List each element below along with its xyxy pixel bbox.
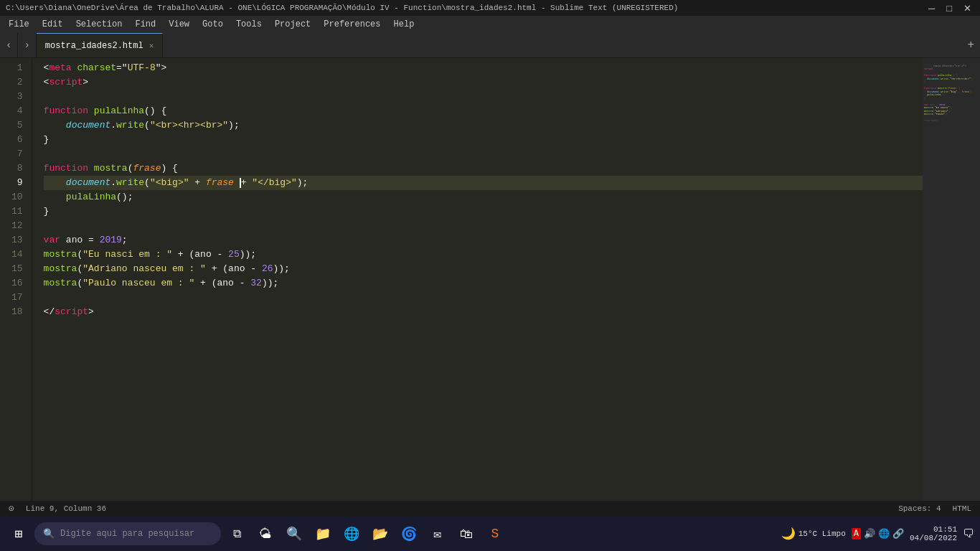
tab-bar: ‹ › mostra_idades2.html ✕ + — [0, 33, 980, 58]
explorer-icon: 📂 — [372, 526, 388, 542]
code-line-8: function mostra(frase) { — [44, 161, 923, 176]
line-num-9: 9 — [11, 176, 23, 190]
status-bar: ⊙ Line 9, Column 36 Spaces: 4 HTML — [0, 501, 980, 517]
line-num-18: 18 — [11, 305, 23, 319]
taskbar-app-search[interactable]: 🔍 — [281, 521, 307, 547]
code-line-17 — [44, 291, 923, 305]
code-area[interactable]: <meta charset="UTF-8"> <script> function… — [32, 58, 923, 501]
code-line-7 — [44, 147, 923, 161]
line-num-16: 16 — [11, 276, 23, 291]
code-line-13: var ano = 2019; — [44, 233, 923, 248]
new-tab-button[interactable]: + — [967, 39, 974, 52]
menu-file[interactable]: File — [3, 18, 35, 31]
line-num-17: 17 — [11, 291, 23, 305]
status-icon: ⊙ — [9, 503, 14, 514]
code-line-11: } — [44, 204, 923, 219]
status-right: Spaces: 4 HTML — [898, 504, 971, 513]
line-num-1: 1 — [11, 61, 23, 75]
menu-find[interactable]: Find — [129, 18, 161, 31]
start-icon: ⊞ — [15, 526, 23, 542]
menu-preferences[interactable]: Preferences — [318, 18, 386, 31]
search-icon: 🔍 — [43, 528, 55, 540]
system-tray: A 🔊 🌐 🔗 — [852, 528, 904, 540]
menu-help[interactable]: Help — [388, 18, 420, 31]
line-num-13: 13 — [11, 233, 23, 248]
chrome-icon: 🌐 — [344, 526, 359, 542]
line-num-12: 12 — [11, 219, 23, 233]
line-num-5: 5 — [11, 118, 23, 133]
taskbar-app-edge[interactable]: 🌀 — [396, 521, 422, 547]
notification-center[interactable]: 🗨 — [963, 527, 974, 541]
taskbar-app-explorer[interactable]: 📂 — [367, 521, 393, 547]
code-line-12 — [44, 219, 923, 233]
code-line-16: mostra("Paulo nasceu em : " + (ano - 32)… — [44, 276, 923, 291]
start-button[interactable]: ⊞ — [6, 521, 32, 547]
title-bar: C:\Users\Diana\OneDrive\Área de Trabalho… — [0, 0, 980, 16]
menu-edit[interactable]: Edit — [37, 18, 69, 31]
line-num-11: 11 — [11, 204, 23, 219]
alura-tray-icon: A — [852, 528, 861, 540]
code-line-5: document.write("<br><hr><br>"); — [44, 118, 923, 133]
weather-widget: 🌙 15°C Limpo — [781, 527, 846, 541]
clock-time: 01:51 — [910, 525, 957, 534]
taskview-button[interactable]: ⧉ — [224, 521, 250, 547]
share-icon: 🔗 — [892, 528, 904, 540]
taskbar-app-mail[interactable]: ✉ — [425, 521, 451, 547]
mail-icon: ✉ — [434, 526, 442, 542]
search-bar[interactable]: 🔍 Digite aqui para pesquisar — [34, 522, 221, 545]
line-num-15: 15 — [11, 262, 23, 276]
moon-icon: 🌙 — [781, 527, 796, 541]
tab-mostra-idades2[interactable]: mostra_idades2.html ✕ — [37, 33, 163, 57]
line-num-6: 6 — [11, 133, 23, 147]
search-placeholder: Digite aqui para pesquisar — [60, 529, 194, 539]
tab-bar-actions: + — [967, 39, 980, 52]
store-icon: 🛍 — [460, 527, 473, 542]
menu-tools[interactable]: Tools — [230, 18, 268, 31]
minimap-content: <meta charset="UTF-8"> script function p… — [923, 58, 980, 128]
volume-icon: 🔊 — [864, 528, 875, 540]
clock[interactable]: 01:51 04/08/2022 — [910, 525, 957, 542]
code-line-6: } — [44, 133, 923, 147]
files-icon: 📁 — [315, 526, 331, 542]
window-controls: ─ □ ✕ — [925, 3, 974, 14]
clock-date: 04/08/2022 — [910, 534, 957, 542]
line-num-14: 14 — [11, 248, 23, 262]
line-num-8: 8 — [11, 161, 23, 176]
code-line-2: <script> — [44, 75, 923, 90]
close-button[interactable]: ✕ — [961, 3, 974, 14]
code-line-15: mostra("Adriano nasceu em : " + (ano - 2… — [44, 262, 923, 276]
tab-label: mostra_idades2.html — [45, 41, 143, 51]
code-line-1: <meta charset="UTF-8"> — [44, 61, 923, 75]
code-line-18: </script> — [44, 305, 923, 319]
menu-goto[interactable]: Goto — [197, 18, 229, 31]
minimize-button[interactable]: ─ — [925, 3, 938, 14]
taskbar: ⊞ 🔍 Digite aqui para pesquisar ⧉ 🌤 🔍 📁 🌐… — [0, 517, 980, 551]
menu-selection[interactable]: Selection — [70, 18, 128, 31]
editor-area: 1 2 3 4 5 6 7 8 9 10 11 12 13 14 15 16 1… — [0, 58, 980, 501]
maximize-button[interactable]: □ — [943, 3, 955, 14]
code-line-10: pulaLinha(); — [44, 190, 923, 204]
search-app-icon: 🔍 — [286, 526, 302, 542]
taskbar-app-sublime[interactable]: S — [482, 521, 508, 547]
taskbar-app-files[interactable]: 📁 — [310, 521, 336, 547]
spaces-indicator[interactable]: Spaces: 4 — [898, 504, 941, 513]
menu-view[interactable]: View — [163, 18, 195, 31]
code-line-4: function pulaLinha() { — [44, 104, 923, 118]
code-line-3 — [44, 90, 923, 104]
tab-nav-right[interactable]: › — [18, 33, 36, 57]
encoding-indicator[interactable]: HTML — [953, 504, 971, 513]
title-text: C:\Users\Diana\OneDrive\Área de Trabalho… — [6, 4, 678, 12]
code-line-14: mostra("Eu nasci em : " + (ano - 25)); — [44, 248, 923, 262]
minimap: <meta charset="UTF-8"> script function p… — [923, 58, 980, 501]
taskbar-app-store[interactable]: 🛍 — [453, 521, 479, 547]
taskbar-app-chrome[interactable]: 🌐 — [339, 521, 364, 547]
menu-project[interactable]: Project — [269, 18, 316, 31]
line-num-10: 10 — [11, 190, 23, 204]
line-num-2: 2 — [11, 75, 23, 90]
line-num-3: 3 — [11, 90, 23, 104]
tab-close-button[interactable]: ✕ — [149, 41, 154, 50]
widgets-button[interactable]: 🌤 — [253, 521, 278, 547]
widgets-icon: 🌤 — [259, 527, 272, 542]
tab-nav-left[interactable]: ‹ — [0, 33, 18, 57]
line-num-4: 4 — [11, 104, 23, 118]
